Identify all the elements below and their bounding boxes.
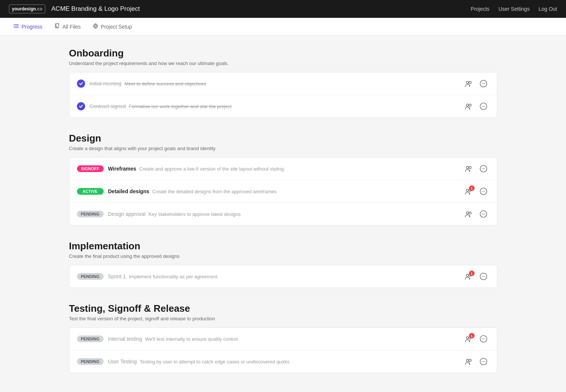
logo-suffix: .co	[36, 6, 42, 12]
task-actions: 1	[463, 333, 489, 345]
comment-icon	[479, 335, 488, 343]
signoff-badge: SIGNOFF	[77, 165, 104, 172]
people-button[interactable]	[463, 208, 475, 220]
table-row: ACTIVE Detailed designs Create the detai…	[69, 180, 497, 203]
svg-point-40	[484, 214, 485, 214]
task-actions	[463, 100, 489, 112]
pending-badge: PENDING	[77, 336, 104, 342]
comment-icon	[479, 165, 488, 173]
task-desc: Create and approve a low-fi version of t…	[139, 166, 285, 172]
svg-point-56	[482, 361, 482, 362]
design-title: Design	[69, 133, 497, 144]
people-button[interactable]: 1	[463, 270, 475, 282]
svg-point-58	[484, 361, 485, 362]
task-desc: Key stakeholders to approve latest desig…	[149, 211, 241, 217]
design-section: Design Create a design that aligns with …	[69, 133, 497, 226]
implementation-title: Implementation	[69, 240, 497, 252]
header-nav: Projects User Settings Log Out	[471, 6, 557, 12]
svg-point-20	[482, 106, 482, 107]
task-content: Wireframes Create and approve a low-fi v…	[108, 166, 458, 172]
logout-link[interactable]: Log Out	[538, 6, 557, 12]
comment-button[interactable]	[478, 185, 489, 197]
task-name: Initial meeting	[90, 81, 122, 87]
people-icon	[465, 210, 473, 218]
people-button[interactable]	[463, 100, 475, 112]
svg-point-38	[482, 214, 482, 214]
svg-point-17	[466, 104, 469, 106]
project-title: ACME Branding & Logo Project	[51, 5, 465, 13]
active-badge: ACTIVE	[77, 188, 104, 195]
task-actions	[463, 208, 489, 220]
svg-point-18	[469, 104, 471, 106]
svg-point-39	[483, 214, 484, 214]
comment-button[interactable]	[478, 208, 489, 220]
svg-point-57	[483, 361, 484, 362]
task-desc: Implement functionality as per agreement	[129, 274, 217, 279]
logo: yourdesign.co	[9, 4, 45, 14]
comment-button[interactable]	[478, 270, 489, 282]
svg-point-50	[482, 338, 482, 339]
svg-point-14	[482, 83, 482, 84]
task-content: Detailed designs Create the detailed des…	[108, 188, 458, 194]
task-actions	[463, 356, 489, 367]
user-settings-link[interactable]: User Settings	[498, 6, 530, 12]
people-count-badge: 1	[469, 185, 475, 191]
task-desc: Testing by user to attempt to catch edge…	[140, 359, 291, 365]
task-content: Contract signed Formalise our work toget…	[90, 103, 458, 109]
people-button[interactable]: 1	[463, 333, 475, 345]
svg-point-23	[466, 166, 469, 169]
svg-point-54	[469, 359, 471, 362]
people-button[interactable]	[463, 78, 475, 90]
svg-rect-3	[14, 24, 14, 25]
comment-icon	[479, 187, 488, 195]
svg-point-22	[484, 106, 485, 107]
sub-nav: Progress All Files Project Setup	[0, 18, 566, 36]
table-row: SIGNOFF Wireframes Create and approve a …	[69, 158, 497, 180]
table-row: PENDING Internal testing We'll test inte…	[69, 328, 497, 350]
progress-tab-label: Progress	[22, 24, 42, 30]
comment-icon	[479, 80, 488, 88]
svg-point-52	[484, 338, 485, 339]
task-name: User Testing	[108, 359, 137, 365]
svg-point-21	[483, 106, 484, 107]
svg-point-29	[466, 189, 469, 191]
task-actions	[463, 78, 489, 90]
svg-point-45	[483, 276, 484, 277]
comment-icon	[479, 210, 488, 218]
implementation-subtitle: Create the final product using the appro…	[69, 253, 497, 259]
table-row: PENDING Sprint 1 Implement functionality…	[69, 265, 497, 288]
comment-button[interactable]	[478, 100, 489, 112]
testing-card: PENDING Internal testing We'll test inte…	[69, 327, 497, 373]
task-desc: We'll test internally to ensure quality …	[145, 336, 237, 342]
task-name: Detailed designs	[108, 188, 149, 194]
task-check-icon	[77, 102, 85, 110]
svg-point-27	[483, 168, 484, 169]
task-actions	[463, 163, 489, 175]
all-files-tab[interactable]: All Files	[50, 20, 85, 33]
task-name: Wireframes	[108, 166, 136, 172]
design-subtitle: Create a design that aligns with your pr…	[69, 146, 497, 151]
svg-point-24	[469, 166, 471, 169]
pending-badge: PENDING	[77, 358, 104, 365]
testing-title: Testing, Signoff & Release	[69, 303, 497, 314]
onboarding-card: Initial meeting Meet to define success a…	[69, 72, 497, 118]
comment-button[interactable]	[478, 78, 489, 90]
people-count-badge: 1	[469, 270, 475, 276]
people-button[interactable]	[463, 356, 475, 367]
project-setup-tab[interactable]: Project Setup	[88, 20, 136, 33]
testing-section: Testing, Signoff & Release Test the fina…	[69, 303, 497, 373]
people-button[interactable]: 1	[463, 185, 475, 197]
projects-link[interactable]: Projects	[471, 6, 490, 12]
svg-point-26	[482, 168, 482, 169]
progress-tab[interactable]: Progress	[9, 20, 47, 33]
svg-point-34	[484, 191, 485, 192]
comment-button[interactable]	[478, 356, 489, 367]
comment-button[interactable]	[478, 163, 489, 175]
people-button[interactable]	[463, 163, 475, 175]
people-icon	[465, 102, 473, 110]
comment-button[interactable]	[478, 333, 489, 345]
task-name: Sprint 1	[108, 273, 126, 279]
all-files-tab-label: All Files	[62, 24, 81, 30]
svg-point-41	[466, 274, 469, 276]
task-content: Initial meeting Meet to define success a…	[90, 81, 458, 87]
